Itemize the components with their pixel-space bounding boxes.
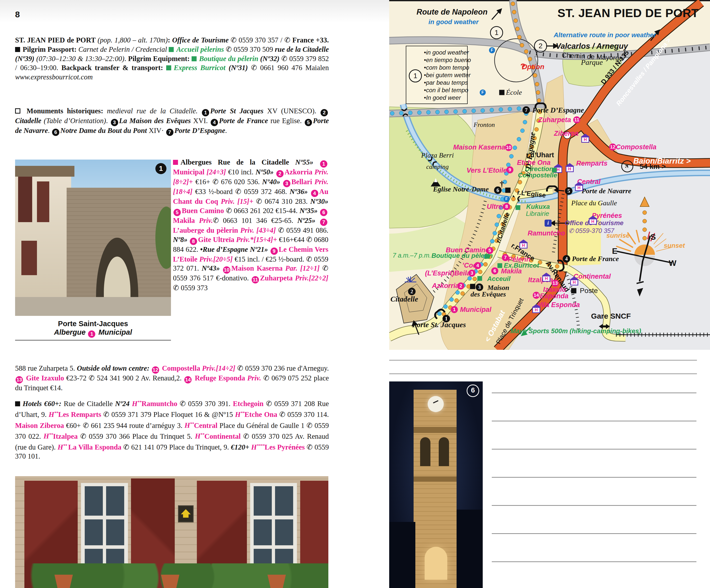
circled-number: 3 <box>111 119 118 126</box>
map-black-number-3: 3 <box>476 284 483 291</box>
circled-number: 2 <box>276 170 284 177</box>
marker-square-icon <box>15 47 20 52</box>
text-segment: ✆ 0559 373 <box>173 284 208 292</box>
albergues-listing: Albergues Rue de la Citadelle Nº55» 1 Mu… <box>173 158 328 293</box>
photo3-number-badge: 6 <box>467 385 479 397</box>
hotel-rating: H** <box>132 400 142 408</box>
circled-number: 13 <box>16 376 23 384</box>
text-segment: Compostella <box>160 364 202 372</box>
airport-icon: ✈ <box>621 160 633 172</box>
fountain-icon: F <box>503 196 510 202</box>
marker-square-icon <box>173 160 178 165</box>
black-square-icon <box>499 90 504 95</box>
church-cross-icon: † <box>500 179 504 189</box>
marker-square-icon <box>192 56 197 61</box>
hotel-rating: H** <box>44 432 53 440</box>
albergues-continuation: 588 rue Zuharpeta 5. Outside old town ce… <box>15 364 329 393</box>
text-segment: rue Eglise. <box>268 117 304 125</box>
text-segment: Nº40» <box>262 178 283 186</box>
circled-number: 6 <box>320 209 327 216</box>
map-pink-number-13: 13 <box>552 280 559 287</box>
green-square-icon <box>485 254 490 259</box>
text-segment: ✆ 0559 371 379 Place Floquet 16 & @Nº15 <box>101 411 235 418</box>
text-segment: Porte St Jacques <box>210 107 263 115</box>
text-segment: €120+ <box>231 443 251 451</box>
circled-number: 5 <box>305 119 312 126</box>
map-black-number-7: 7 <box>522 106 530 114</box>
text-segment: [24÷3] <box>207 168 226 176</box>
map-black-number-4: 4 <box>563 255 570 263</box>
text-segment: Carnet de Pelerin / Credencial <box>78 46 169 53</box>
text-segment: €60+ ✆ 661 235 944 route d’arnéguy 3. <box>64 421 184 429</box>
text-segment: Accueil pèlerins <box>176 46 224 53</box>
map-route-number-2: 2 <box>534 40 547 52</box>
hotel-rating: H** <box>185 421 194 429</box>
map-pink-number-11: 11 <box>573 116 580 123</box>
circled-number: 4 <box>311 190 318 197</box>
text-segment: Nº25» <box>298 217 320 224</box>
text-segment: (07:30–12:30 & 13:30–22:00) <box>34 55 124 63</box>
text-segment: Boutique du pélerin <box>199 55 258 63</box>
circled-number: 6 <box>52 129 59 136</box>
marker-square-icon <box>166 65 171 70</box>
divider-rule <box>389 360 697 361</box>
town-gate-icon <box>555 262 567 269</box>
marker-square-icon <box>169 47 174 52</box>
text-segment: Nº43» <box>202 264 222 272</box>
photo3-belfry-window <box>439 437 449 466</box>
text-segment: Priv.[14÷2] <box>202 364 236 372</box>
text-segment: Monuments historiques: <box>23 107 107 115</box>
circled-number: 12 <box>152 366 159 374</box>
circled-number: 3 <box>283 180 290 187</box>
note-line <box>492 449 696 449</box>
text-segment: : <box>168 36 172 44</box>
photo3-cornice <box>413 476 456 482</box>
text-segment: Par. [12÷1] <box>285 264 320 272</box>
map-pink-number-3: 3 <box>468 270 475 277</box>
text-segment: ✆ 0661 960 476 Maialen <box>248 64 329 72</box>
text-segment: Hotels €60+: <box>23 400 64 408</box>
text-segment: . <box>48 127 51 134</box>
text-segment: Office de Tourisme <box>172 36 229 44</box>
text-segment: Nº55» <box>295 158 320 166</box>
fountain-icon: F <box>480 90 486 96</box>
hotels-paragraph: Hotels €60+: Rue de Citadelle Nº24 H**Ra… <box>15 397 329 461</box>
text-segment: Municipal <box>96 328 132 336</box>
text-segment: Maison Ziberoa <box>15 421 64 429</box>
circled-number: 8 <box>190 238 197 245</box>
map-pink-number-6: 6 <box>491 267 498 274</box>
text-segment: medieval rue de la Citadelle. <box>107 107 202 115</box>
text-segment: Pilgrim Equipment: <box>128 55 192 63</box>
text-segment: Porte de France <box>219 117 268 125</box>
text-segment: Pilgrim Passport: <box>23 46 78 53</box>
green-square-icon <box>477 276 482 281</box>
option-question-icon: ? <box>520 62 526 71</box>
text-segment: Priv.*[15÷4]+ <box>236 236 277 244</box>
text-segment: Outside old town centre: <box>77 364 151 372</box>
text-segment: XVI. <box>191 117 210 125</box>
text-segment: Refuge Esponda <box>193 374 247 382</box>
text-segment: Backpack transfer & transport: <box>61 64 166 72</box>
map-pink-number-12: 12 <box>609 144 616 150</box>
fountain-icon: F <box>489 47 495 53</box>
map-pink-number-10: 10 <box>505 144 512 151</box>
note-line <box>492 477 696 478</box>
map-route-number-1: 1 <box>490 26 503 39</box>
text-segment: (Nº32) <box>258 55 279 63</box>
photo2-shell-arrow <box>181 509 191 518</box>
text-segment: ✆ 0559 370 509 <box>224 46 275 53</box>
text-segment: Buen Camino <box>182 207 224 215</box>
text-segment: Nº30» <box>310 197 328 205</box>
text-segment: ✆ 0559 370 236 rue d'Arneguy. <box>235 364 329 372</box>
circled-number: 2 <box>321 109 328 116</box>
caption-rule <box>15 340 171 341</box>
note-line <box>492 533 696 534</box>
photo1-shutter <box>18 175 32 222</box>
text-segment: Ramuntcho <box>142 400 178 408</box>
map-pink-number-5: 5 <box>486 247 493 254</box>
note-line <box>492 392 696 393</box>
text-segment: Albergues Rue de la Citadelle <box>181 158 295 166</box>
photo2-refuge-sign <box>178 505 194 522</box>
text-segment: France +33. <box>292 36 329 44</box>
note-line <box>492 561 696 562</box>
